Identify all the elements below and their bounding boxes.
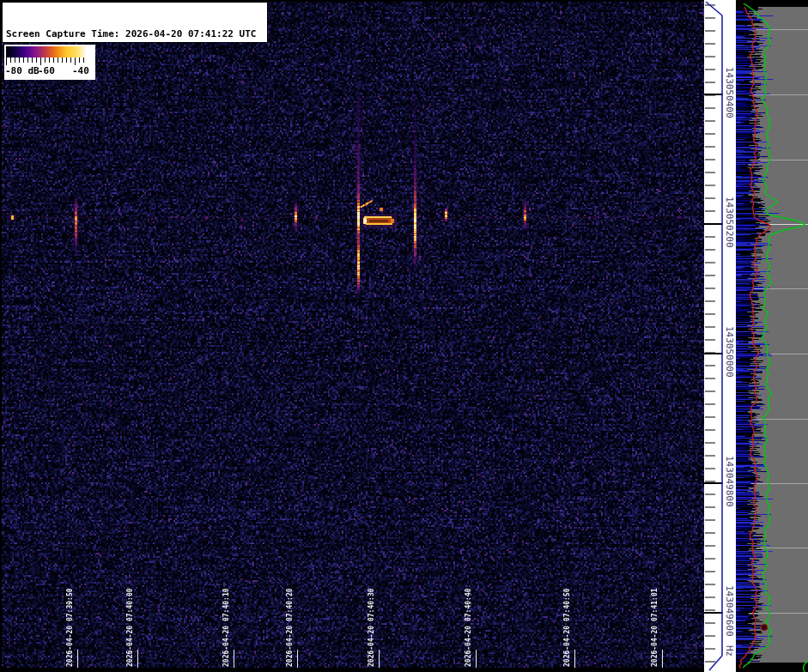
colorbar-tick — [83, 58, 84, 63]
colorbar-tick — [70, 58, 71, 63]
color-scale-legend: -80 dB -60 -40 — [4, 45, 95, 80]
time-tick-mark — [234, 650, 234, 668]
colorbar-tick — [58, 58, 58, 63]
time-tick-mark — [476, 650, 477, 668]
time-tick-mark — [297, 650, 298, 668]
freq-tick-label: 143050400 — [724, 67, 735, 118]
colorbar-tick — [53, 58, 54, 63]
colorbar-tick — [62, 58, 63, 63]
capture-info-box: Screen Capture Time: 2026-04-20 07:41:22… — [2, 2, 268, 43]
colorbar-tick — [10, 58, 11, 63]
time-tick-mark — [574, 650, 575, 668]
colorbar-tick — [79, 58, 80, 63]
colorbar-tick — [23, 58, 24, 63]
db-mid-label: -60 — [38, 65, 55, 76]
time-tick-mark — [77, 650, 78, 668]
color-scale-ticks — [6, 58, 87, 65]
capture-time-text: Screen Capture Time: 2026-04-20 07:41:22… — [6, 28, 267, 41]
colorbar-tick — [75, 58, 76, 65]
time-tick-label: 2026-04-20 07:41:01 — [649, 584, 660, 667]
color-scale-labels: -80 dB -60 -40 — [4, 65, 95, 78]
freq-unit-label: Hz — [724, 645, 735, 657]
time-tick-label: 2026-04-20 07:40:10 — [221, 584, 232, 667]
colorbar-tick — [15, 58, 15, 63]
colorbar-tick — [49, 58, 50, 63]
time-tick-label: 2026-04-20 07:40:40 — [463, 584, 474, 667]
time-tick-label: 2026-04-20 07:40:20 — [284, 584, 295, 667]
color-gradient-bar — [6, 46, 87, 58]
time-tick-label: 2026-04-20 07:40:50 — [562, 584, 573, 667]
freq-tick-label: 143050000 — [724, 326, 735, 378]
colorbar-tick — [45, 58, 46, 63]
time-tick-label: 2026-04-20 07:40:30 — [366, 584, 377, 667]
capture-config-text: Config = V8 — [6, 103, 267, 116]
time-tick-mark — [379, 650, 380, 668]
colorbar-tick — [36, 58, 37, 63]
colorbar-tick — [66, 58, 67, 63]
time-tick-mark — [662, 650, 663, 668]
time-tick-label: 2026-04-20 07:40:00 — [125, 584, 136, 667]
spectrum-analyzer-panel[interactable] — [736, 0, 808, 672]
time-tick-mark — [137, 650, 138, 668]
time-tick-label: 2026-04-20 07:39:50 — [64, 584, 76, 667]
spectrogram-app-window: Screen Capture Time: 2026-04-20 07:41:22… — [0, 0, 808, 672]
freq-tick-label: 143049800 — [724, 456, 735, 507]
db-min-label: -80 dB — [5, 65, 39, 76]
colorbar-tick — [6, 58, 7, 65]
freq-tick-label: 143049600 — [724, 585, 735, 637]
colorbar-tick — [40, 58, 41, 65]
db-max-label: -40 — [72, 65, 89, 76]
colorbar-tick — [27, 58, 28, 63]
colorbar-tick — [19, 58, 20, 63]
freq-tick-label: 143050200 — [724, 197, 735, 248]
colorbar-tick — [32, 58, 33, 63]
